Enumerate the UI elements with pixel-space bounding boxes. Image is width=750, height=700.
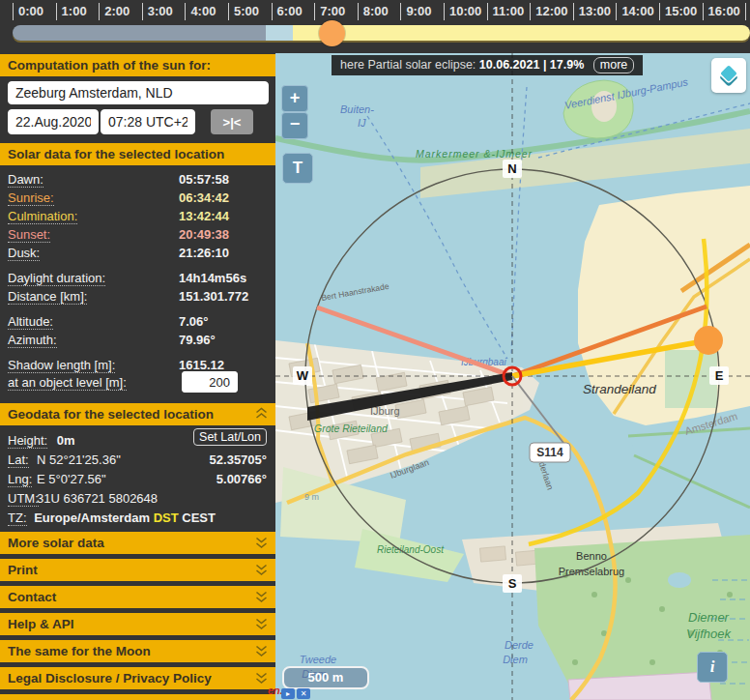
compass-east: E bbox=[715, 368, 724, 383]
mail-icon[interactable]: ✕ bbox=[297, 688, 310, 699]
timeline: 0:001:002:003:004:005:006:007:008:009:00… bbox=[0, 0, 750, 53]
solar-row-value: 21:26:10 bbox=[179, 244, 229, 262]
lng-dms-value: E 5°0'27.56" bbox=[37, 470, 106, 489]
info-button[interactable]: i bbox=[697, 652, 728, 683]
time-input[interactable] bbox=[101, 109, 195, 134]
solar-data-row: Sunrise:06:34:42 bbox=[8, 189, 269, 207]
label-buiten: Buiten- bbox=[340, 103, 374, 115]
timeline-hour-label: 6:00 bbox=[272, 3, 303, 20]
accordion-label: More solar data bbox=[8, 536, 104, 550]
more-button[interactable]: more bbox=[593, 57, 634, 73]
object-level-input[interactable] bbox=[182, 371, 238, 393]
eclipse-value: 10.06.2021 | 17.9% bbox=[479, 58, 584, 72]
timeline-hour-label: 17:00 bbox=[745, 3, 750, 20]
tz-dst-flag: DST bbox=[154, 510, 179, 525]
timeline-hour-label: 0:00 bbox=[13, 3, 43, 20]
compass-north: N bbox=[507, 161, 516, 176]
accordion-contact[interactable]: Contact bbox=[0, 586, 275, 608]
solar-data-rows: Dawn:05:57:58Sunrise:06:34:42Culmination… bbox=[8, 170, 269, 374]
share-icon[interactable]: ▸ bbox=[281, 688, 295, 699]
double-chevron-down-icon bbox=[254, 645, 269, 657]
solar-row-label: Daylight duration: bbox=[8, 271, 105, 286]
timeline-hour-label: 9:00 bbox=[400, 3, 431, 20]
accordion-label: Legal Disclosure / Privacy Policy bbox=[8, 671, 212, 685]
twilight-segment bbox=[266, 25, 293, 41]
height-row: Height: 0m Set Lat/Lon bbox=[8, 431, 269, 451]
sun-icon[interactable] bbox=[694, 326, 723, 355]
accordion-label: Help & API bbox=[8, 617, 74, 631]
accordion-help-api[interactable]: Help & API bbox=[0, 613, 275, 635]
solar-row-label: Altitude: bbox=[8, 314, 53, 330]
timeline-hour-label: 15:00 bbox=[659, 3, 697, 20]
label-rieteiland-oost: Rieteiland-Oost bbox=[377, 544, 445, 555]
geodata-header-label: Geodata for the selected location bbox=[8, 407, 214, 422]
daylight-segment bbox=[293, 25, 750, 41]
timeline-hour-label: 3:00 bbox=[142, 3, 173, 20]
zoom-out-button[interactable]: − bbox=[281, 112, 308, 139]
solar-row-value: 05:57:58 bbox=[179, 170, 229, 189]
solar-data-row: Azimuth:79.96° bbox=[8, 331, 269, 349]
solar-data-row: Dusk:21:26:10 bbox=[8, 244, 269, 262]
label-diemer-2: Vijfhoek bbox=[686, 627, 733, 641]
solar-row-value: 151.301.772 bbox=[179, 287, 248, 306]
accordion-more-solar-data[interactable]: More solar data bbox=[0, 532, 275, 554]
accordion-print[interactable]: Print bbox=[0, 559, 275, 581]
lng-row: Lng: E 5°0'27.56" 5.00766° bbox=[8, 470, 269, 489]
accordion-the-same-for-the-moon[interactable]: The same for the Moon bbox=[0, 640, 275, 662]
accordion-label: The same for the Moon bbox=[8, 644, 151, 658]
geodata-body: Height: 0m Set Lat/Lon Lat: N 52°21'25.3… bbox=[8, 431, 269, 528]
timeline-hour-label: 7:00 bbox=[314, 3, 345, 20]
double-chevron-down-icon bbox=[254, 672, 269, 685]
timeline-hour-label: 13:00 bbox=[573, 3, 611, 20]
label-derde-1: Derde bbox=[505, 639, 534, 651]
solar-row-label: Distance [km]: bbox=[8, 289, 87, 305]
lat-label: Lat: bbox=[8, 452, 29, 468]
double-chevron-down-icon bbox=[254, 564, 269, 576]
map[interactable]: Buiten- IJ Markermeer &-IJmeer Veerdiens… bbox=[275, 53, 750, 700]
geodata-section-header[interactable]: Geodata for the selected location bbox=[0, 403, 275, 425]
eclipse-info-bar: here Partial solar eclipse: 10.06.2021 |… bbox=[332, 55, 643, 75]
solar-data-row: Dawn:05:57:58 bbox=[8, 170, 269, 189]
solar-row-value: 06:34:42 bbox=[179, 189, 229, 207]
timeline-hour-label: 5:00 bbox=[228, 3, 259, 20]
time-slider-handle[interactable] bbox=[319, 20, 345, 46]
layers-icon bbox=[711, 58, 746, 93]
map-container: Buiten- IJ Markermeer &-IJmeer Veerdiens… bbox=[275, 53, 750, 700]
compass-south: S bbox=[508, 576, 517, 591]
date-input[interactable] bbox=[8, 109, 99, 134]
set-latlon-button[interactable]: Set Lat/Lon bbox=[193, 428, 267, 446]
solar-data-row: Distance [km]:151.301.772 bbox=[8, 287, 269, 306]
solar-row-value: 14h14m56s bbox=[179, 269, 246, 287]
location-input[interactable] bbox=[8, 81, 269, 104]
solar-data-row: Altitude:7.06° bbox=[8, 312, 269, 331]
solar-section-header: Solar data for the selected location bbox=[0, 143, 275, 165]
tz-label: TZ: bbox=[8, 510, 27, 526]
time-slider-track[interactable] bbox=[13, 25, 750, 41]
label-grote-rieteiland: Grote Rieteiland bbox=[314, 423, 389, 434]
zoom-in-button[interactable]: + bbox=[281, 85, 308, 112]
accordion-list: More solar dataPrintContactHelp & APIThe… bbox=[0, 532, 275, 694]
map-pond bbox=[668, 572, 691, 588]
terrain-button[interactable]: T bbox=[282, 153, 313, 184]
solar-row-value: 79.96° bbox=[179, 331, 216, 349]
accordion-legal-disclosure-privacy-policy[interactable]: Legal Disclosure / Privacy Policy bbox=[0, 667, 275, 689]
map-scale-bar: 500 m bbox=[282, 666, 369, 689]
utm-value: 31U 636721 5802648 bbox=[37, 489, 158, 509]
double-chevron-up-icon[interactable] bbox=[254, 407, 269, 423]
timeline-hour-label: 4:00 bbox=[185, 3, 216, 20]
solar-data-row: Culmination:13:42:44 bbox=[8, 207, 269, 225]
tz-abbr: CEST bbox=[182, 510, 216, 525]
object-level-row: at an object level [m]: bbox=[8, 371, 269, 394]
layers-button[interactable] bbox=[711, 58, 746, 93]
eclipse-prefix[interactable]: here Partial solar eclipse: bbox=[340, 58, 476, 72]
jump-to-now-button[interactable]: >|< bbox=[211, 109, 253, 134]
double-chevron-down-icon bbox=[254, 537, 269, 549]
double-chevron-down-icon bbox=[254, 591, 269, 603]
timezone-row: TZ: Europe/Amsterdam DST CEST bbox=[8, 509, 269, 528]
height-value: 0m bbox=[57, 433, 75, 448]
location-section-header: Computation path of the sun for: bbox=[0, 54, 275, 76]
label-tweede-1: Tweede bbox=[300, 654, 336, 665]
solar-row-label: Dusk: bbox=[8, 246, 40, 261]
timeline-hour-label: 11:00 bbox=[487, 3, 525, 20]
accordion-partial-bar bbox=[0, 694, 275, 700]
